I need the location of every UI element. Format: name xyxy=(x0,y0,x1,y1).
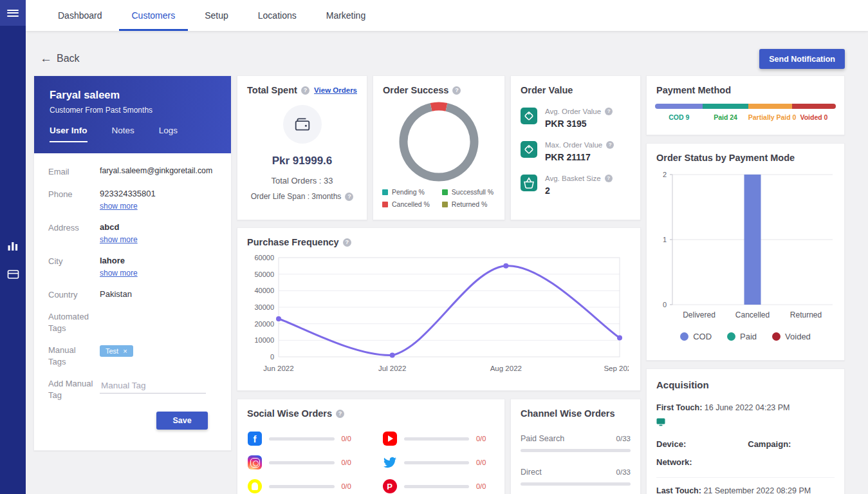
send-notification-button[interactable]: Send Notification xyxy=(759,49,845,69)
bar xyxy=(744,175,761,305)
purchase-frequency-chart: 0100002000030000400005000060000Jun 2022J… xyxy=(243,251,629,380)
progress-bar xyxy=(269,437,335,441)
payment-method-segment xyxy=(748,104,792,109)
channel-label: Paid Search xyxy=(521,434,564,443)
help-icon[interactable] xyxy=(452,86,461,95)
avg-order-value-row: Avg. Order Value PKR 3195 xyxy=(511,108,640,129)
line-series xyxy=(279,266,620,356)
legend-label: COD xyxy=(693,332,712,341)
social-row-youtube: 0/0 xyxy=(383,432,495,446)
field-label: Add Manual Tag xyxy=(41,378,95,401)
payment-method-segment xyxy=(703,104,748,109)
nav-item-dashboard[interactable]: Dashboard xyxy=(45,0,115,31)
tab-logs[interactable]: Logs xyxy=(159,126,178,142)
field-value: 923324335801 xyxy=(100,189,225,198)
card-title: Order Success xyxy=(383,85,448,95)
show-more-link[interactable]: show more xyxy=(100,269,138,278)
total-spent-card: Total Spent View Orders Pkr 91999.6 Tota… xyxy=(237,75,367,220)
manual-tag-chip[interactable]: Test × xyxy=(100,345,133,357)
field-label: Automated Tags xyxy=(41,311,95,334)
x-tick-label: Jun 2022 xyxy=(263,365,293,372)
first-touch-label: First Touch: xyxy=(656,403,702,412)
remove-tag-icon[interactable]: × xyxy=(123,347,127,355)
social-count: 0/0 xyxy=(342,459,360,466)
social-orders-grid: 0/0 0/0 0/0 0/0 0/0 xyxy=(237,432,504,493)
help-icon[interactable] xyxy=(605,175,613,182)
x-tick-label: Delivered xyxy=(683,310,716,319)
back-arrow-icon xyxy=(40,52,52,66)
x-tick-label: Sep 2022 xyxy=(604,365,629,372)
order-status-legend: COD Paid Voided xyxy=(647,332,844,341)
snapchat-icon xyxy=(248,479,262,493)
nav-item-locations[interactable]: Locations xyxy=(245,0,309,31)
social-count: 0/0 xyxy=(476,435,494,442)
show-more-link[interactable]: show more xyxy=(100,235,138,244)
payment-method-stacked-bar xyxy=(655,104,836,109)
social-count: 0/0 xyxy=(342,435,360,442)
card-title: Channel Wise Orders xyxy=(521,408,615,419)
menu-button[interactable] xyxy=(0,0,26,26)
data-point xyxy=(276,316,281,321)
y-tick-label: 1 xyxy=(663,236,667,243)
analytics-icon[interactable] xyxy=(7,240,19,251)
y-tick-label: 60000 xyxy=(254,254,274,261)
payment-method-label: Paid 24 xyxy=(703,113,748,121)
save-button[interactable]: Save xyxy=(156,412,208,430)
payment-method-label: Partially Paid 0 xyxy=(748,113,792,121)
help-icon[interactable] xyxy=(343,238,351,247)
acquisition-card: Acquisition First Touch: 16 June 2022 04… xyxy=(646,368,845,494)
legend-label: Successfull % xyxy=(452,188,494,196)
help-icon[interactable] xyxy=(605,108,613,115)
legend-swatch xyxy=(727,332,735,341)
social-count: 0/0 xyxy=(476,459,494,466)
card-title: Total Spent xyxy=(247,85,297,95)
social-row-twitter: 0/0 xyxy=(383,455,495,470)
help-icon[interactable] xyxy=(345,193,353,201)
nav-item-marketing[interactable]: Marketing xyxy=(313,0,378,31)
donut-slice xyxy=(431,106,447,107)
tab-notes[interactable]: Notes xyxy=(112,126,134,142)
legend-swatch xyxy=(382,189,388,195)
total-spent-amount: Pkr 91999.6 xyxy=(272,155,333,167)
y-tick-label: 40000 xyxy=(254,287,274,294)
field-row-automated-tags: Automated Tags xyxy=(41,311,225,334)
first-touch: First Touch: 16 June 2022 04:23 PM xyxy=(656,403,835,412)
nav-item-setup[interactable]: Setup xyxy=(192,0,241,31)
first-touch-value: 16 June 2022 04:23 PM xyxy=(702,403,790,412)
legend-swatch xyxy=(680,332,688,341)
field-row-phone: Phone 923324335801 show more xyxy=(41,189,225,211)
order-success-card: Order Success Pending % Successfull % Ca… xyxy=(373,75,505,220)
manual-tag-input[interactable] xyxy=(100,378,206,394)
legend-item: Paid xyxy=(727,332,757,341)
legend-swatch xyxy=(772,332,780,341)
help-icon[interactable] xyxy=(336,410,344,418)
field-row-address: Address abcd show more xyxy=(41,222,225,245)
nav-item-customers[interactable]: Customers xyxy=(119,0,189,31)
show-more-link[interactable]: show more xyxy=(100,202,138,211)
channel-row-paid-search: Paid Search 0/33 xyxy=(511,434,640,452)
social-row-snapchat: 0/0 xyxy=(248,479,360,493)
card-icon[interactable] xyxy=(7,269,19,280)
help-icon[interactable] xyxy=(606,141,614,149)
back-link[interactable]: Back xyxy=(40,52,80,66)
legend-swatch xyxy=(382,202,388,207)
field-row-email: Email faryal.saleem@ginkgoretail.com xyxy=(41,166,225,178)
y-tick-label: 10000 xyxy=(254,336,274,344)
metric-value: 2 xyxy=(545,185,613,196)
help-icon[interactable] xyxy=(301,86,309,95)
field-row-add-manual-tag: Add Manual Tag xyxy=(41,378,225,401)
field-label: Address xyxy=(41,222,95,245)
network-label: Network: xyxy=(656,457,692,467)
card-title: Order Status by Payment Mode xyxy=(656,153,795,163)
field-label: Manual Tags xyxy=(41,345,95,367)
tab-user-info[interactable]: User Info xyxy=(50,126,88,142)
legend-item: COD xyxy=(680,332,712,341)
network-row: Network: xyxy=(656,457,835,467)
pinterest-icon xyxy=(383,479,397,493)
social-row-instagram: 0/0 xyxy=(248,455,360,470)
y-tick-label: 2 xyxy=(663,171,667,178)
progress-bar xyxy=(404,437,470,441)
progress-bar xyxy=(404,485,470,488)
field-label: Phone xyxy=(41,189,95,211)
view-orders-link[interactable]: View Orders xyxy=(314,86,357,94)
